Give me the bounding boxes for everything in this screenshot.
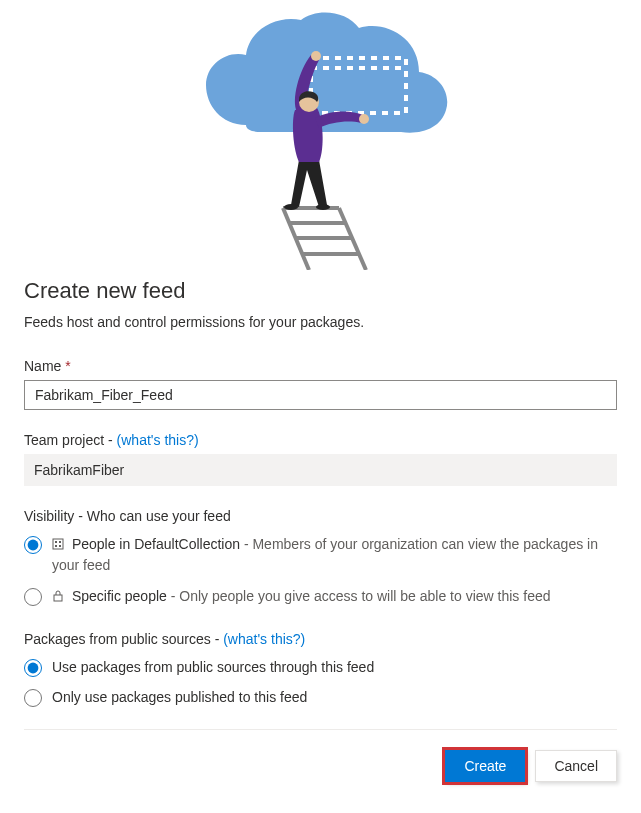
create-button[interactable]: Create (445, 750, 525, 782)
svg-point-8 (284, 204, 298, 210)
visibility-specific-desc: Only people you give access to will be a… (179, 588, 550, 604)
name-input[interactable] (24, 380, 617, 410)
svg-rect-13 (53, 539, 63, 549)
public-sources-only-label: Only use packages published to this feed (52, 687, 617, 707)
svg-point-10 (311, 51, 321, 61)
page-title: Create new feed (24, 278, 617, 304)
svg-rect-14 (55, 541, 57, 543)
divider (24, 729, 617, 730)
visibility-radio-specific[interactable] (24, 588, 42, 606)
public-sources-option-only[interactable]: Only use packages published to this feed (24, 687, 617, 707)
cancel-button[interactable]: Cancel (535, 750, 617, 782)
visibility-label: Visibility - Who can use your feed (24, 508, 617, 524)
name-label: Name * (24, 358, 617, 374)
svg-rect-15 (59, 541, 61, 543)
button-row: Create Cancel (24, 750, 617, 782)
lock-icon (52, 587, 66, 607)
team-project-label: Team project - (what's this?) (24, 432, 617, 448)
svg-rect-18 (54, 595, 62, 601)
svg-rect-16 (55, 545, 57, 547)
visibility-radio-collection[interactable] (24, 536, 42, 554)
svg-point-11 (359, 114, 369, 124)
org-icon (52, 535, 66, 555)
visibility-collection-title: People in DefaultCollection (72, 536, 240, 552)
svg-point-9 (316, 204, 330, 210)
page-subtitle: Feeds host and control permissions for y… (24, 314, 617, 330)
visibility-option-collection[interactable]: People in DefaultCollection - Members of… (24, 534, 617, 576)
hero-illustration (24, 10, 617, 270)
public-sources-option-use[interactable]: Use packages from public sources through… (24, 657, 617, 677)
visibility-option-specific[interactable]: Specific people - Only people you give a… (24, 586, 617, 607)
required-mark: * (65, 358, 70, 374)
public-sources-use-label: Use packages from public sources through… (52, 657, 617, 677)
public-sources-radio-only[interactable] (24, 689, 42, 707)
cloud-person-icon (171, 10, 471, 270)
public-sources-label: Packages from public sources - (what's t… (24, 631, 617, 647)
team-project-help-link[interactable]: (what's this?) (117, 432, 199, 448)
visibility-specific-title: Specific people (72, 588, 167, 604)
team-project-value: FabrikamFiber (24, 454, 617, 486)
public-sources-radio-use[interactable] (24, 659, 42, 677)
public-sources-help-link[interactable]: (what's this?) (223, 631, 305, 647)
svg-rect-17 (59, 545, 61, 547)
